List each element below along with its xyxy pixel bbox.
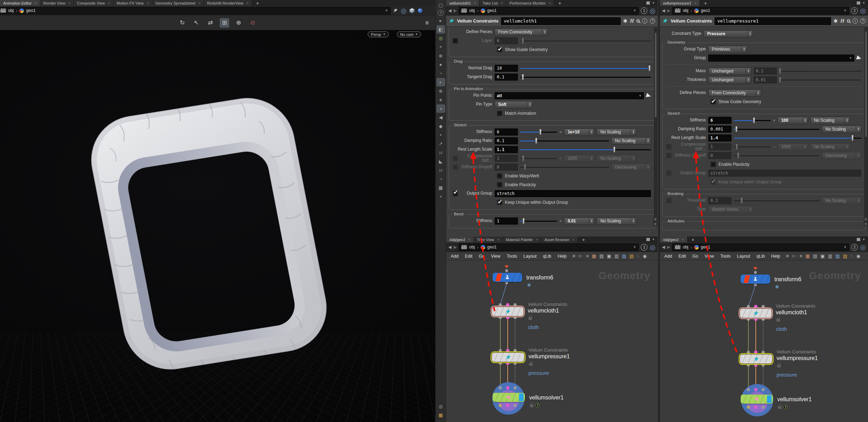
scroll-up-button[interactable]: ▲ xyxy=(864,217,868,221)
path-dropdown-icon[interactable]: ▼ xyxy=(633,9,636,12)
path-root[interactable]: obj xyxy=(469,245,475,250)
thickness-field[interactable]: 0.01 xyxy=(754,76,777,83)
close-icon[interactable]: × xyxy=(147,1,148,5)
node-vellumpressure1[interactable] xyxy=(492,353,524,362)
pan-tool-icon[interactable]: ⊞ xyxy=(220,18,229,27)
path-node[interactable]: geo1 xyxy=(26,8,36,13)
back-icon[interactable]: ◀ xyxy=(662,8,665,13)
stiffness-slider[interactable] xyxy=(734,117,771,124)
close-icon[interactable]: × xyxy=(198,1,200,5)
param-scrollbar[interactable] xyxy=(864,27,868,225)
param-scrollbar[interactable] xyxy=(654,27,657,225)
new-tab-button[interactable]: + xyxy=(554,0,565,6)
stiffness-field[interactable]: 6 xyxy=(495,128,518,136)
pressure-path-field[interactable]: obj › geo1 ▼ xyxy=(672,7,849,14)
chevron-down-icon[interactable]: ▼ xyxy=(652,1,655,5)
cube-icon[interactable] xyxy=(409,8,415,13)
keep-unique-checkbox[interactable] xyxy=(711,179,716,184)
rest-length-slider[interactable] xyxy=(520,146,651,153)
close-icon[interactable]: × xyxy=(108,1,110,5)
menu-layout[interactable]: Layout xyxy=(734,254,754,259)
node-vellumsolver1[interactable] xyxy=(493,393,525,402)
search-icon[interactable]: ◌ xyxy=(637,253,640,259)
select-geometry-icon[interactable] xyxy=(856,55,862,61)
chevron-down-icon[interactable]: ▼ xyxy=(862,238,865,241)
menu-view[interactable]: View xyxy=(701,254,717,259)
tools-icon[interactable]: ✕ xyxy=(785,253,789,259)
layout-icon[interactable]: ▤ xyxy=(813,253,817,259)
damping-slider[interactable] xyxy=(520,138,609,144)
pin-points-field[interactable]: att▼ xyxy=(495,92,644,99)
stiffness-scale-select[interactable]: No Scaling▲▼ xyxy=(810,117,850,124)
tab-motion-fx-view[interactable]: Motion FX View× xyxy=(114,0,152,6)
visibility-icon[interactable]: ◉ xyxy=(856,253,860,259)
tangent-drag-slider[interactable] xyxy=(520,74,651,80)
axis-icon[interactable]: + xyxy=(437,193,445,201)
keep-unique-checkbox[interactable] xyxy=(497,200,502,205)
warp-weft-checkbox[interactable] xyxy=(497,174,502,178)
add-light-icon[interactable]: ∗ xyxy=(437,96,445,104)
back-icon[interactable]: ◀ xyxy=(448,245,451,250)
snap-disabled-icon[interactable]: ⊘ xyxy=(248,18,257,27)
path-root[interactable]: obj xyxy=(8,8,14,13)
tree-icon[interactable]: ⊢ xyxy=(579,253,583,259)
forward-icon[interactable]: ▶ xyxy=(454,8,457,13)
menu-go[interactable]: Go xyxy=(689,254,702,259)
show-guide-checkbox[interactable] xyxy=(497,47,502,52)
select-geometry-icon[interactable] xyxy=(646,93,651,98)
bulb-icon[interactable]: ◐ xyxy=(437,78,445,86)
prim-number-icon[interactable]: 12 xyxy=(437,166,445,174)
sphere-icon[interactable] xyxy=(417,8,423,13)
damping-field[interactable]: 0.1 xyxy=(495,137,518,144)
notes-icon[interactable]: ▥ xyxy=(828,253,832,259)
radial-menu-icon[interactable]: ◎ xyxy=(860,7,866,14)
network-path-field[interactable]: obj › geo1 ▼ xyxy=(672,244,849,251)
close-icon[interactable]: × xyxy=(536,238,538,241)
path-node[interactable]: geo1 xyxy=(701,8,710,13)
info-icon[interactable]: i xyxy=(853,18,858,24)
compression-mult-spinner[interactable]: 1000▲▼ xyxy=(778,143,808,151)
shelf-icon[interactable]: ▧ xyxy=(843,253,847,259)
history-count[interactable]: 2 xyxy=(851,7,858,14)
dropoff-mode-select[interactable]: Decreasing▲▼ xyxy=(822,152,861,159)
dropoff-mode-select[interactable]: Decreasing▲▼ xyxy=(612,164,651,171)
menu-add[interactable]: Add xyxy=(448,254,462,259)
compression-mult-spinner[interactable]: 1000▲▼ xyxy=(564,155,594,162)
zoom-box-tool-icon[interactable]: ⊕ xyxy=(234,18,243,27)
pillow-torus-object[interactable] xyxy=(53,55,355,410)
bend-stiffness-slider[interactable] xyxy=(520,218,557,224)
scene-path-field[interactable]: obj › geo1 ▼ xyxy=(0,7,391,14)
close-icon[interactable]: × xyxy=(474,1,476,5)
mass-slider[interactable] xyxy=(779,68,861,74)
breaking-enable-checkbox[interactable] xyxy=(666,198,671,203)
windows-icon[interactable]: ▣ xyxy=(607,253,611,259)
bend-mult-spinner[interactable]: 0.01▲▼ xyxy=(564,218,594,225)
camera-orb-icon[interactable]: ◑ xyxy=(437,105,445,113)
dropoff-slider[interactable] xyxy=(734,152,819,159)
menu-add[interactable]: Add xyxy=(661,254,675,259)
forward-icon[interactable]: ▶ xyxy=(454,245,457,250)
help-icon[interactable]: ? xyxy=(438,10,444,16)
threshold-field[interactable]: 0.1 xyxy=(708,197,731,204)
tools-icon[interactable]: ✕ xyxy=(572,253,576,259)
node-transform6[interactable] xyxy=(741,275,770,284)
node-vellumsolver1[interactable] xyxy=(741,395,773,404)
radial-menu-icon[interactable]: ◎ xyxy=(650,244,655,251)
menu-qlib[interactable]: qLib xyxy=(540,254,555,259)
tab-vellumcloth1[interactable]: vellumcloth1× xyxy=(446,0,479,6)
group-field[interactable]: ▼ xyxy=(708,55,854,62)
chevron-down-icon[interactable]: ▼ xyxy=(849,56,852,60)
define-pieces-select[interactable]: From Connectivity▲▼ xyxy=(708,89,761,97)
path-root[interactable]: obj xyxy=(683,245,688,250)
close-icon[interactable]: × xyxy=(69,1,70,5)
node-name-field[interactable]: vellumcloth1 xyxy=(501,17,621,25)
tab-geometry-spreadsheet[interactable]: Geometry Spreadsheet× xyxy=(152,0,204,6)
gear-menu-icon[interactable]: ✱ xyxy=(623,18,628,24)
headlight-icon[interactable]: ● xyxy=(437,61,445,69)
tab-take-list[interactable]: Take List× xyxy=(479,0,506,6)
tab-composite-view[interactable]: Composite View× xyxy=(74,0,114,6)
close-icon[interactable]: × xyxy=(35,1,37,5)
menu-help[interactable]: Help xyxy=(555,254,570,259)
move-tool-icon[interactable]: ⇄ xyxy=(206,18,215,27)
camera-selector[interactable]: No cam▼ xyxy=(397,31,421,37)
